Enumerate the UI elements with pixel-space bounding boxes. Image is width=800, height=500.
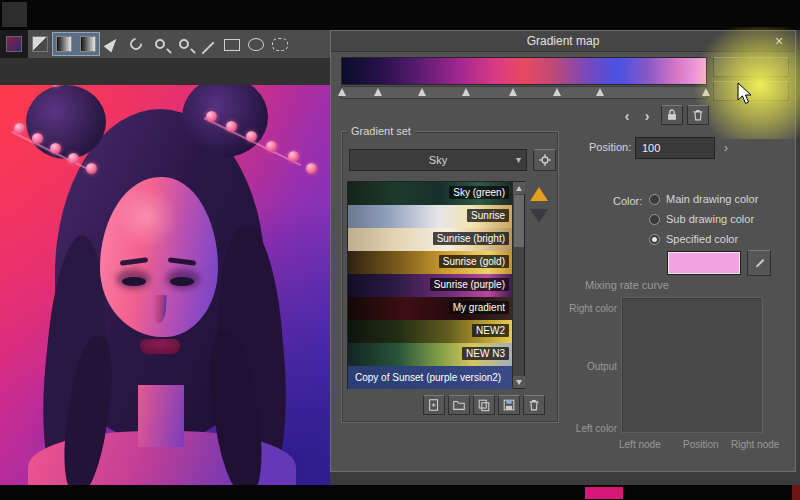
list-item-preset[interactable]: NEW2 xyxy=(348,320,513,343)
close-icon[interactable]: × xyxy=(771,31,787,52)
artwork-eye-left xyxy=(122,277,146,286)
taskbar-corner xyxy=(792,485,800,500)
mouse-cursor xyxy=(737,83,753,105)
new-set-button[interactable] xyxy=(448,395,470,415)
zoom-in-icon xyxy=(155,39,165,49)
prev-node-button[interactable]: ‹ xyxy=(619,107,635,125)
gradient-set-dropdown[interactable]: Sky ▾ xyxy=(349,149,527,171)
position-axis-label: Position xyxy=(683,439,719,450)
tool-pen[interactable] xyxy=(100,32,124,56)
next-node-button[interactable]: › xyxy=(639,107,655,125)
position-input[interactable] xyxy=(635,137,715,159)
artwork-bead xyxy=(206,111,217,122)
gradient-node-marker[interactable] xyxy=(374,88,382,96)
app-menu-button[interactable] xyxy=(0,30,28,58)
gradient-node-marker[interactable] xyxy=(509,88,517,96)
gradient-node-strip[interactable] xyxy=(341,86,707,99)
list-item-preset[interactable]: Sunrise (bright) xyxy=(348,228,513,251)
right-node-label: Right node xyxy=(731,439,779,450)
radio-sub-drawing-color[interactable]: Sub drawing color xyxy=(649,213,754,225)
list-item-preset[interactable]: Sunrise xyxy=(348,205,513,228)
radio-icon[interactable] xyxy=(649,194,660,205)
radio-icon[interactable] xyxy=(649,234,660,245)
tool-zoom-in[interactable] xyxy=(148,32,172,56)
tool-gradient-selected xyxy=(52,32,100,56)
rectangle-icon xyxy=(224,39,240,51)
gradient-node-marker[interactable] xyxy=(418,88,426,96)
artwork-bead xyxy=(306,163,317,174)
save-icon xyxy=(502,398,516,412)
gradient-node-marker[interactable] xyxy=(338,88,346,96)
list-item-preset[interactable]: Sunrise (gold) xyxy=(348,251,513,274)
tool-gradient[interactable] xyxy=(52,32,76,56)
preset-name: My gradient xyxy=(449,301,509,314)
gradient-map-dialog: Gradient map × ‹ › xyxy=(330,30,796,472)
dialog-titlebar[interactable]: Gradient map × xyxy=(331,31,795,52)
folder-icon xyxy=(452,398,466,412)
rotate-icon xyxy=(128,36,145,53)
preset-actions xyxy=(423,395,545,415)
preset-name: Sunrise (purple) xyxy=(430,278,509,291)
artwork-lips xyxy=(140,339,180,354)
left-node-label: Left node xyxy=(619,439,661,450)
window-corner-chip xyxy=(2,2,27,27)
gradient-preset-list: Sky (green) Sunrise Sunrise (bright) Sun… xyxy=(347,181,525,389)
artwork-bead xyxy=(32,133,43,144)
copy-icon xyxy=(477,398,491,412)
gradient-node-marker[interactable] xyxy=(553,88,561,96)
toolbar xyxy=(0,30,330,58)
list-item-preset[interactable]: Sky (green) xyxy=(348,182,513,205)
list-item-preset[interactable]: NEW N3 xyxy=(348,343,513,366)
gradient-preview-bar[interactable] xyxy=(341,57,707,85)
position-label: Position: xyxy=(589,141,631,153)
radio-main-drawing-color[interactable]: Main drawing color xyxy=(649,193,758,205)
tool-rotate[interactable] xyxy=(124,32,148,56)
mixing-curve-graph[interactable] xyxy=(621,297,763,433)
navigator-icon xyxy=(6,36,22,52)
scroll-down-button[interactable] xyxy=(513,376,525,388)
radio-label: Specified color xyxy=(666,233,738,245)
scrollbar-thumb[interactable] xyxy=(514,195,524,247)
artwork-neck xyxy=(138,385,184,447)
artwork-bead xyxy=(86,163,97,174)
tool-line[interactable] xyxy=(196,32,220,56)
eyedropper-button[interactable] xyxy=(747,250,771,276)
color-label: Color: xyxy=(613,195,642,207)
specified-color-swatch[interactable] xyxy=(667,251,741,275)
tool-lasso[interactable] xyxy=(268,32,292,56)
chevron-down-icon: ▾ xyxy=(516,154,521,165)
tool-zoom-out[interactable] xyxy=(172,32,196,56)
duplicate-button[interactable] xyxy=(473,395,495,415)
list-scrollbar[interactable] xyxy=(512,182,524,388)
radio-icon[interactable] xyxy=(649,214,660,225)
tool-blend[interactable] xyxy=(28,32,52,56)
save-set-button[interactable] xyxy=(498,395,520,415)
dialog-title: Gradient map xyxy=(527,34,600,48)
list-item-preset[interactable]: Sunrise (purple) xyxy=(348,274,513,297)
gradient-button-top[interactable] xyxy=(713,57,789,77)
delete-node-button[interactable] xyxy=(687,105,709,125)
add-gradient-button[interactable] xyxy=(423,395,445,415)
position-slider-icon[interactable]: › xyxy=(719,139,733,157)
gradient-node-marker[interactable] xyxy=(596,88,604,96)
gradient-map-icon xyxy=(80,36,96,52)
scroll-up-button[interactable] xyxy=(513,182,525,194)
tool-gradient-map[interactable] xyxy=(76,32,100,56)
screen: Gradient map × ‹ › xyxy=(0,0,800,500)
artwork-bead xyxy=(14,123,25,134)
list-item-preset[interactable]: My gradient xyxy=(348,297,513,320)
tool-ellipse[interactable] xyxy=(244,32,268,56)
delete-preset-button[interactable] xyxy=(523,395,545,415)
move-preset-up-button[interactable] xyxy=(530,187,548,201)
radio-label: Sub drawing color xyxy=(666,213,754,225)
tool-rectangle[interactable] xyxy=(220,32,244,56)
gradient-node-marker[interactable] xyxy=(702,88,710,96)
move-preset-down-button[interactable] xyxy=(530,209,548,223)
lock-button[interactable] xyxy=(661,105,683,125)
radio-specified-color[interactable]: Specified color xyxy=(649,233,738,245)
canvas-artwork[interactable] xyxy=(0,85,330,485)
zoom-out-icon xyxy=(179,39,189,49)
list-item-preset[interactable]: Copy of Sunset (purple version2) xyxy=(348,366,513,389)
gradient-set-settings-button[interactable] xyxy=(533,149,556,171)
gradient-node-marker[interactable] xyxy=(462,88,470,96)
